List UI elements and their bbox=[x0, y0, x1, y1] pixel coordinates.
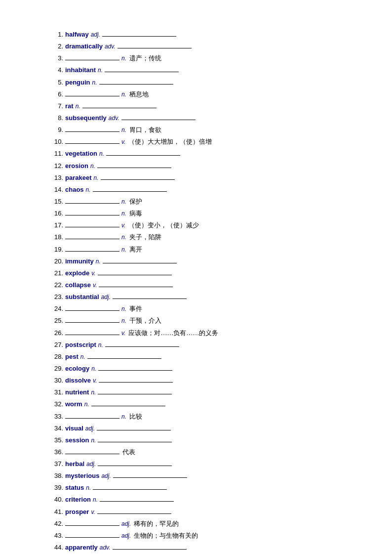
pos-label: v. bbox=[91, 269, 95, 278]
answer-blank[interactable] bbox=[65, 125, 119, 132]
answer-blank[interactable] bbox=[105, 340, 179, 347]
vocab-word: ecology bbox=[65, 364, 89, 374]
list-item: 15. n. 保护 bbox=[49, 197, 353, 207]
answer-blank[interactable] bbox=[106, 149, 180, 156]
answer-blank[interactable] bbox=[113, 471, 187, 478]
answer-blank[interactable] bbox=[65, 197, 119, 204]
pos-label: adj. bbox=[101, 293, 111, 302]
item-number: 21. bbox=[49, 268, 63, 278]
vocab-word: parakeet bbox=[65, 173, 91, 183]
list-item: 6. n. 栖息地 bbox=[49, 89, 353, 99]
answer-blank[interactable] bbox=[98, 459, 172, 466]
answer-blank[interactable] bbox=[82, 101, 157, 108]
row-content: erosion n. bbox=[65, 161, 173, 171]
answer-blank[interactable] bbox=[93, 483, 167, 490]
list-item: 39.status n. bbox=[49, 483, 353, 493]
row-content: 代表 bbox=[65, 447, 135, 457]
answer-blank[interactable] bbox=[105, 65, 179, 72]
item-number: 31. bbox=[49, 387, 63, 397]
answer-blank[interactable] bbox=[65, 89, 119, 96]
pos-label: n. bbox=[121, 233, 126, 242]
row-content: adj. 生物的；与生物有关的 bbox=[65, 531, 198, 541]
answer-blank[interactable] bbox=[99, 280, 173, 287]
answer-blank[interactable] bbox=[65, 519, 119, 526]
row-content: worm n. bbox=[65, 399, 167, 409]
answer-blank[interactable] bbox=[99, 78, 173, 85]
chinese-hint: 稀有的，罕见的 bbox=[134, 519, 179, 529]
answer-blank[interactable] bbox=[121, 113, 196, 120]
answer-blank[interactable] bbox=[65, 220, 119, 227]
answer-blank[interactable] bbox=[98, 268, 172, 275]
answer-blank[interactable] bbox=[98, 435, 172, 442]
answer-blank[interactable] bbox=[65, 137, 119, 144]
pos-label: n. bbox=[121, 209, 126, 218]
chinese-hint: （使）变小，（使）减少 bbox=[128, 220, 199, 230]
answer-blank[interactable] bbox=[101, 173, 175, 180]
item-number: 29. bbox=[49, 364, 63, 374]
pos-label: n. bbox=[92, 78, 97, 87]
item-number: 12. bbox=[49, 161, 63, 171]
answer-blank[interactable] bbox=[98, 387, 172, 394]
row-content: immunity n. bbox=[65, 256, 179, 266]
answer-blank[interactable] bbox=[102, 30, 176, 37]
item-number: 39. bbox=[49, 483, 63, 493]
chinese-hint: 事件 bbox=[129, 304, 142, 314]
answer-blank[interactable] bbox=[65, 304, 119, 311]
pos-label: n. bbox=[86, 185, 91, 195]
answer-blank[interactable] bbox=[91, 399, 165, 406]
answer-blank[interactable] bbox=[65, 245, 119, 252]
row-content: halfway adj. bbox=[65, 30, 178, 40]
chinese-hint: 代表 bbox=[122, 447, 135, 457]
answer-blank[interactable] bbox=[65, 531, 119, 538]
answer-blank[interactable] bbox=[65, 328, 119, 335]
vocab-word: explode bbox=[65, 268, 89, 278]
answer-blank[interactable] bbox=[113, 292, 187, 299]
answer-blank[interactable] bbox=[100, 495, 174, 502]
pos-label: n. bbox=[90, 162, 95, 171]
answer-blank[interactable] bbox=[113, 543, 187, 550]
answer-blank[interactable] bbox=[65, 209, 119, 215]
answer-blank[interactable] bbox=[97, 161, 171, 168]
chinese-hint: 应该做；对……负有……的义务 bbox=[128, 328, 218, 338]
answer-blank[interactable] bbox=[65, 412, 119, 419]
answer-blank[interactable] bbox=[65, 232, 119, 239]
answer-blank[interactable] bbox=[97, 507, 171, 514]
vocab-word: prosper bbox=[65, 507, 89, 517]
list-item: 14.chaos n. bbox=[49, 185, 353, 195]
answer-blank[interactable] bbox=[118, 42, 192, 48]
item-number: 5. bbox=[49, 78, 63, 87]
pos-label: n. bbox=[98, 66, 103, 75]
pos-label: adj. bbox=[121, 531, 131, 541]
answer-blank[interactable] bbox=[65, 53, 119, 60]
item-number: 8. bbox=[49, 113, 63, 123]
answer-blank[interactable] bbox=[87, 352, 161, 359]
list-item: 16. n. 病毒 bbox=[49, 209, 353, 218]
answer-blank[interactable] bbox=[97, 424, 171, 430]
vocab-word: halfway bbox=[65, 30, 89, 40]
answer-blank[interactable] bbox=[99, 376, 173, 383]
pos-label: n. bbox=[91, 388, 96, 397]
row-content: collapse v. bbox=[65, 280, 175, 290]
row-content: explode v. bbox=[65, 268, 174, 278]
row-content: n. 离开 bbox=[65, 245, 142, 255]
pos-label: adj. bbox=[85, 424, 95, 433]
answer-blank[interactable] bbox=[65, 447, 119, 454]
row-content: n. 事件 bbox=[65, 304, 142, 314]
answer-blank[interactable] bbox=[93, 185, 167, 192]
item-number: 43. bbox=[49, 531, 63, 541]
vocab-word: dramatically bbox=[65, 42, 103, 51]
answer-blank[interactable] bbox=[98, 364, 172, 371]
chinese-hint: 生物的；与生物有关的 bbox=[134, 531, 198, 541]
answer-blank[interactable] bbox=[103, 256, 177, 263]
chinese-hint: 离开 bbox=[129, 245, 142, 255]
pos-label: v. bbox=[121, 137, 125, 147]
list-item: 21.explode v. bbox=[49, 268, 353, 278]
list-item: 18. n. 夹子，陷阱 bbox=[49, 232, 353, 242]
row-content: adj. 稀有的，罕见的 bbox=[65, 519, 179, 529]
answer-blank[interactable] bbox=[65, 316, 119, 323]
item-number: 15. bbox=[49, 197, 63, 207]
chinese-hint: 遗产；传统 bbox=[129, 53, 161, 63]
chinese-hint: 栖息地 bbox=[129, 89, 149, 99]
row-content: n. 干预，介入 bbox=[65, 316, 161, 326]
row-content: visual adj. bbox=[65, 424, 173, 433]
